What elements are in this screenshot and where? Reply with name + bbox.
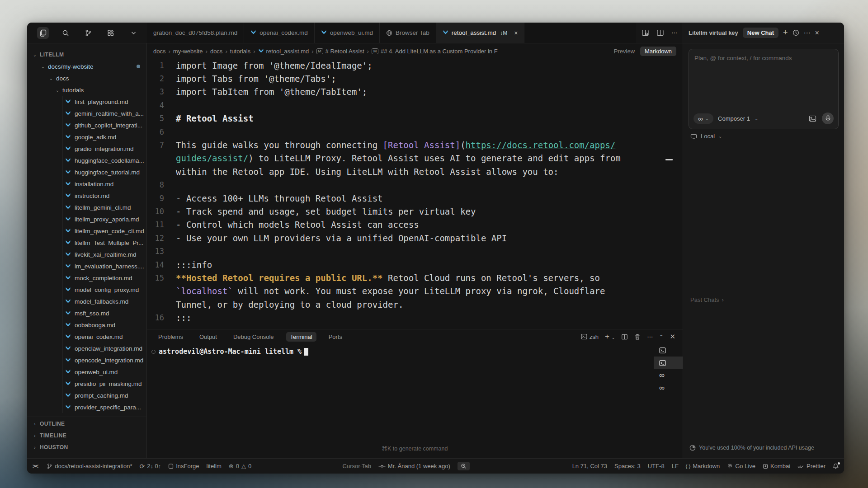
open-preview-icon[interactable] (642, 29, 649, 37)
panel-tab-debug-console[interactable]: Debug Console (229, 332, 278, 342)
language-mode[interactable]: { } Markdown (686, 463, 720, 469)
panel-tab-ports[interactable]: Ports (325, 332, 346, 342)
folder-root[interactable]: ⌄ docs/my-website (27, 61, 146, 72)
tab-retool-assist-md[interactable]: retool_assist.md↓M× (436, 23, 524, 43)
tab-openai-codex-md[interactable]: openai_codex.md (244, 23, 315, 43)
file-item[interactable]: livekit_xai_realtime.md (27, 249, 146, 260)
file-item[interactable]: litellm_proxy_aporia.md (27, 213, 146, 225)
file-item[interactable]: model_fallbacks.md (27, 296, 146, 307)
file-item[interactable]: opencode_integration.md (27, 354, 146, 366)
close-icon[interactable]: × (514, 29, 518, 37)
split-terminal-icon[interactable] (621, 333, 628, 340)
problems-status[interactable]: ⊗0 △0 (229, 463, 251, 469)
tab-openweb-ui-md[interactable]: openweb_ui.md (315, 23, 380, 43)
terminal-output[interactable]: astrodevil@Astro-Mac-mini litellm % (147, 344, 683, 356)
file-item[interactable]: mock_completion.md (27, 272, 146, 284)
panel-tab-problems[interactable]: Problems (154, 332, 187, 342)
new-chat-tab[interactable]: New Chat (743, 28, 778, 38)
file-item[interactable]: github_copilot_integrati... (27, 119, 146, 131)
breadcrumb-item[interactable]: docs (210, 48, 222, 55)
prettier-extension[interactable]: Prettier (797, 463, 826, 469)
panel-tab-output[interactable]: Output (195, 332, 221, 342)
breadcrumb-item[interactable]: M# Retool Assist (316, 48, 364, 55)
file-item[interactable]: lm_evaluation_harness.... (27, 260, 146, 272)
agent-terminal-icon[interactable]: ∞ (654, 382, 683, 394)
breadcrumb-item[interactable]: M## 4. Add LiteLLM as a Custom Provider … (372, 48, 498, 55)
project-header[interactable]: ⌄ LITELLM (27, 49, 146, 61)
chat-more-icon[interactable]: ⋯ (804, 29, 811, 37)
panel-tab-terminal[interactable]: Terminal (286, 332, 316, 342)
project-status[interactable]: litellm (207, 463, 222, 469)
file-item[interactable]: provider_specific_para... (27, 401, 146, 413)
file-item[interactable]: huggingface_tutorial.md (27, 166, 146, 178)
panel-more-icon[interactable]: ⋯ (647, 333, 653, 340)
file-item[interactable]: openweb_ui.md (27, 366, 146, 378)
mic-icon[interactable] (822, 113, 834, 124)
tab-gration-doc-d075fd58-plan-md[interactable]: gration_doc_d075fd58.plan.md (147, 23, 244, 43)
file-item[interactable]: openclaw_integration.md (27, 343, 146, 354)
extensions-icon[interactable] (105, 27, 117, 39)
shell-indicator[interactable]: zsh (581, 333, 599, 340)
breadcrumb-item[interactable]: docs (153, 48, 165, 55)
terminal-instance-active[interactable] (654, 357, 683, 369)
file-item[interactable]: first_playground.md (27, 96, 146, 108)
past-chats[interactable]: Past Chats › (690, 296, 724, 303)
chat-input-box[interactable]: Plan, @ for context, / for commands ∞⌄ C… (689, 49, 839, 129)
file-item[interactable]: litellm_Test_Multiple_Pr... (27, 237, 146, 249)
kill-terminal-icon[interactable] (634, 333, 641, 340)
source-control-icon[interactable] (82, 27, 94, 39)
file-item[interactable]: litellm_gemini_cli.md (27, 202, 146, 213)
go-live[interactable]: Go Live (727, 463, 755, 469)
insforge-status[interactable]: InsForge (168, 463, 199, 469)
file-item[interactable]: oobabooga.md (27, 319, 146, 331)
eol-sequence[interactable]: LF (672, 463, 679, 469)
files-icon[interactable] (37, 27, 49, 39)
folder-docs[interactable]: ⌄ docs (27, 72, 146, 84)
file-item[interactable]: openai_codex.md (27, 331, 146, 343)
mode-local-selector[interactable]: Local ⌄ (690, 133, 722, 140)
file-item[interactable]: litellm_qwen_code_cli.md (27, 225, 146, 237)
file-item[interactable]: model_config_proxy.md (27, 284, 146, 296)
sidebar-section-houston[interactable]: › HOUSTON (27, 441, 146, 453)
notifications-bell-icon[interactable] (833, 463, 839, 469)
chat-tab-litellm-key[interactable]: Litellm virtual key (689, 29, 738, 36)
file-item[interactable]: huggingface_codellama... (27, 155, 146, 166)
breadcrumb-item[interactable]: tutorials (230, 48, 251, 55)
sync-changes[interactable]: ⟳2↓ 0↑ (139, 463, 161, 470)
folder-tutorials[interactable]: ⌄ tutorials (27, 84, 146, 96)
chat-close-icon[interactable]: × (815, 29, 819, 37)
composer-selector[interactable]: Composer 1 (718, 115, 750, 122)
search-icon[interactable] (60, 27, 71, 39)
terminal-instance[interactable] (654, 344, 683, 357)
chevron-down-icon[interactable] (127, 27, 139, 39)
new-terminal-icon[interactable]: + ⌄ (605, 332, 615, 341)
encoding[interactable]: UTF-8 (648, 463, 665, 469)
maximize-panel-icon[interactable]: ⌃ (659, 334, 663, 340)
file-item[interactable]: prompt_caching.md (27, 389, 146, 401)
file-item[interactable]: presidio_pii_masking.md (27, 378, 146, 389)
remote-indicator[interactable]: >< (33, 463, 39, 469)
file-item[interactable]: msft_sso.md (27, 307, 146, 319)
file-item[interactable]: instructor.md (27, 190, 146, 202)
preview-toggle[interactable]: Preview (614, 48, 635, 55)
breadcrumb-item[interactable]: my-website (173, 48, 203, 55)
file-item[interactable]: gemini_realtime_with_a... (27, 108, 146, 119)
sidebar-section-timeline[interactable]: › TIMELINE (27, 430, 146, 441)
file-item[interactable]: gradio_integration.md (27, 143, 146, 155)
close-panel-icon[interactable]: ✕ (670, 333, 675, 341)
git-blame[interactable]: Mr. Ånand (1 week ago) (378, 463, 450, 469)
git-branch[interactable]: docs/retool-assist-integration* (47, 463, 132, 469)
attach-image-icon[interactable] (809, 115, 816, 122)
history-icon[interactable] (793, 29, 799, 36)
tab-browser-tab[interactable]: Browser Tab (380, 23, 436, 43)
agent-mode-selector[interactable]: ∞⌄ (693, 113, 713, 124)
agent-terminal-icon[interactable]: ∞ (654, 369, 683, 382)
indentation[interactable]: Spaces: 3 (614, 463, 641, 469)
kombai-extension[interactable]: Kombai (763, 463, 790, 469)
code-view[interactable]: 1import Image from '@theme/IdealImage';2… (147, 59, 683, 329)
markdown-mode-button[interactable]: Markdown (640, 47, 676, 56)
more-actions-icon[interactable]: ⋯ (671, 29, 677, 36)
cursor-position[interactable]: Ln 71, Col 73 (572, 463, 607, 469)
add-chat-icon[interactable]: + (783, 28, 788, 38)
file-item[interactable]: google_adk.md (27, 131, 146, 143)
